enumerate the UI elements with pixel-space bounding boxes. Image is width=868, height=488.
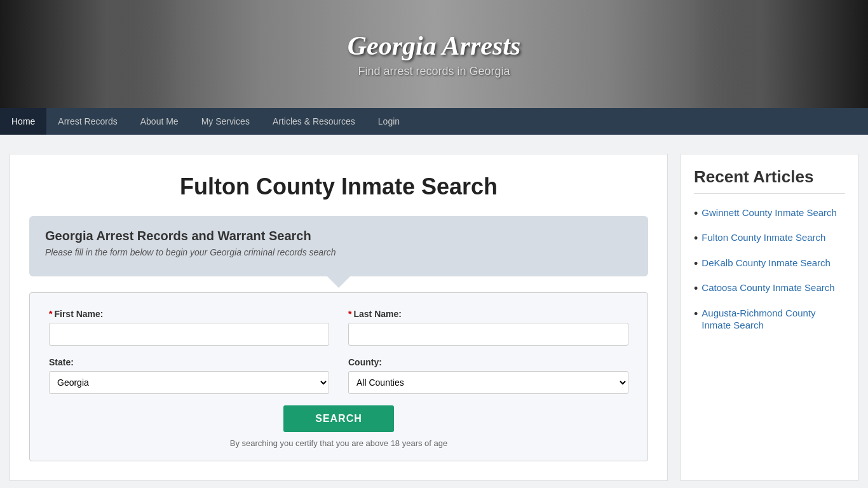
- article-link-augusta[interactable]: Augusta-Richmond County Inmate Search: [702, 307, 845, 332]
- header-text-block: Georgia Arrests Find arrest records in G…: [348, 30, 521, 78]
- list-item: • Gwinnett County Inmate Search: [694, 207, 845, 221]
- content-area: Fulton County Inmate Search Georgia Arre…: [10, 154, 668, 481]
- last-name-label: *Last Name:: [348, 309, 628, 319]
- site-header: Georgia Arrests Find arrest records in G…: [0, 0, 868, 108]
- header-hands-left: [0, 0, 178, 108]
- state-field: State: Georgia: [49, 357, 329, 394]
- bullet-icon: •: [694, 207, 698, 221]
- last-name-field: *Last Name:: [348, 309, 628, 346]
- nav-item-about-me[interactable]: About Me: [129, 108, 190, 135]
- search-disclaimer: By searching you certify that you are ab…: [49, 438, 628, 448]
- last-name-input[interactable]: [348, 323, 628, 346]
- state-label: State:: [49, 357, 329, 367]
- nav-item-arrest-records[interactable]: Arrest Records: [46, 108, 128, 135]
- search-form-container: *First Name: *Last Name: State: Georgia: [29, 292, 648, 461]
- first-name-label: *First Name:: [49, 309, 329, 319]
- county-select[interactable]: All Counties: [348, 371, 628, 394]
- bullet-icon: •: [694, 281, 698, 296]
- article-link-dekalb[interactable]: DeKalb County Inmate Search: [702, 257, 831, 269]
- header-hands-right: [690, 0, 868, 108]
- search-banner: Georgia Arrest Records and Warrant Searc…: [29, 216, 648, 276]
- county-label: County:: [348, 357, 628, 367]
- first-name-input[interactable]: [49, 323, 329, 346]
- bullet-icon: •: [694, 231, 698, 246]
- sidebar: Recent Articles • Gwinnett County Inmate…: [681, 154, 858, 481]
- form-row-location: State: Georgia County: All Counties: [49, 357, 628, 394]
- search-banner-subtitle: Please fill in the form below to begin y…: [45, 247, 632, 257]
- list-item: • Fulton County Inmate Search: [694, 231, 845, 246]
- last-name-required: *: [348, 309, 351, 319]
- nav-item-login[interactable]: Login: [367, 108, 411, 135]
- article-link-catoosa[interactable]: Catoosa County Inmate Search: [702, 281, 834, 294]
- main-container: Fulton County Inmate Search Georgia Arre…: [0, 135, 868, 488]
- article-link-gwinnett[interactable]: Gwinnett County Inmate Search: [702, 207, 837, 219]
- article-link-fulton[interactable]: Fulton County Inmate Search: [702, 231, 825, 244]
- search-button[interactable]: SEARCH: [283, 405, 394, 432]
- search-banner-title: Georgia Arrest Records and Warrant Searc…: [45, 229, 632, 243]
- state-select[interactable]: Georgia: [49, 371, 329, 394]
- page-title: Fulton County Inmate Search: [29, 173, 648, 200]
- bullet-icon: •: [694, 307, 698, 322]
- sidebar-title: Recent Articles: [694, 167, 845, 194]
- search-btn-row: SEARCH: [49, 405, 628, 432]
- site-title: Georgia Arrests: [348, 30, 521, 61]
- list-item: • Catoosa County Inmate Search: [694, 281, 845, 296]
- main-nav: Home Arrest Records About Me My Services…: [0, 108, 868, 135]
- nav-item-home[interactable]: Home: [0, 108, 46, 135]
- list-item: • Augusta-Richmond County Inmate Search: [694, 307, 845, 332]
- recent-articles-list: • Gwinnett County Inmate Search • Fulton…: [694, 207, 845, 332]
- form-row-names: *First Name: *Last Name:: [49, 309, 628, 346]
- nav-item-my-services[interactable]: My Services: [190, 108, 261, 135]
- first-name-required: *: [49, 309, 52, 319]
- bullet-icon: •: [694, 257, 698, 271]
- first-name-field: *First Name:: [49, 309, 329, 346]
- list-item: • DeKalb County Inmate Search: [694, 257, 845, 271]
- site-subtitle: Find arrest records in Georgia: [348, 65, 521, 78]
- nav-item-articles[interactable]: Articles & Resources: [261, 108, 367, 135]
- county-field: County: All Counties: [348, 357, 628, 394]
